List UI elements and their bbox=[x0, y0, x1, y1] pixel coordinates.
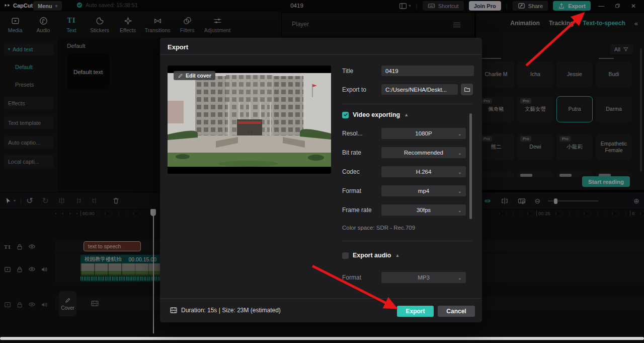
export-to-label: Export to bbox=[342, 86, 366, 93]
dialog-title: Export bbox=[168, 43, 188, 51]
dialog-footer: Duration: 15s | Size: 23M (estimated) Ex… bbox=[160, 298, 482, 322]
collapse-section-icon[interactable]: ▲ bbox=[395, 253, 399, 258]
audio-section-label: Export audio bbox=[353, 252, 391, 259]
capcut-app-window: CapCut Menu ▾ Auto saved: 15:38:51 0419 … bbox=[0, 0, 644, 343]
title-input[interactable]: 0419 bbox=[381, 65, 474, 76]
chevron-down-icon: ⌄ bbox=[458, 169, 462, 175]
format-dropdown[interactable]: mp4 ⌄ bbox=[381, 185, 466, 196]
divider bbox=[342, 104, 473, 104]
format-label: Format bbox=[342, 187, 361, 194]
resolution-dropdown[interactable]: 1080P ⌄ bbox=[381, 128, 466, 139]
folder-icon bbox=[464, 86, 470, 93]
divider bbox=[342, 241, 473, 241]
dialog-scrollbar[interactable] bbox=[469, 113, 472, 219]
chevron-down-icon: ⌄ bbox=[458, 150, 462, 156]
format-value: mp4 bbox=[418, 188, 429, 194]
export-dialog: Export Edit cover bbox=[160, 38, 482, 322]
chevron-down-icon: ⌄ bbox=[458, 131, 462, 136]
cover-preview-image bbox=[168, 73, 331, 167]
codec-label: Codec bbox=[342, 168, 360, 175]
checkbox-unchecked-icon[interactable] bbox=[342, 252, 349, 259]
framerate-label: Frame rate bbox=[342, 207, 372, 214]
chevron-down-icon: ⌄ bbox=[458, 275, 462, 281]
export-path-value: C:/Users/NEHA/Deskt... bbox=[385, 87, 447, 93]
chevron-down-icon: ⌄ bbox=[458, 208, 462, 213]
bitrate-dropdown[interactable]: Recommended ⌄ bbox=[381, 147, 466, 158]
color-space-text: Color space: SDR - Rec.709 bbox=[342, 225, 415, 231]
export-audio-section[interactable]: Export audio ▲ bbox=[342, 252, 399, 259]
framerate-value: 30fps bbox=[417, 207, 431, 213]
edit-cover-label: Edit cover bbox=[186, 73, 211, 79]
edit-cover-button[interactable]: Edit cover bbox=[174, 71, 215, 80]
export-info-text: Duration: 15s | Size: 23M (estimated) bbox=[181, 307, 281, 314]
title-value: 0419 bbox=[385, 68, 398, 74]
export-confirm-label: Export bbox=[406, 308, 425, 315]
collapse-section-icon[interactable]: ▲ bbox=[404, 112, 409, 117]
checkbox-checked-icon[interactable] bbox=[342, 112, 349, 118]
audio-format-dropdown[interactable]: MP3 ⌄ bbox=[381, 272, 466, 283]
video-exporting-section[interactable]: Video exporting ▲ bbox=[342, 111, 409, 118]
title-label: Title bbox=[342, 67, 353, 75]
export-confirm-button[interactable]: Export bbox=[397, 306, 434, 317]
film-icon bbox=[170, 306, 178, 314]
codec-value: H.264 bbox=[416, 169, 432, 175]
bitrate-value: Recommended bbox=[404, 150, 443, 156]
divider bbox=[160, 54, 482, 55]
audio-format-label: Format bbox=[342, 274, 361, 281]
resolution-label: Resol... bbox=[342, 130, 363, 137]
timeline-horizontal-scrollbar[interactable] bbox=[0, 337, 644, 340]
cancel-button[interactable]: Cancel bbox=[438, 306, 475, 317]
chevron-down-icon: ⌄ bbox=[458, 188, 462, 194]
codec-dropdown[interactable]: H.264 ⌄ bbox=[381, 166, 466, 177]
export-path-input[interactable]: C:/Users/NEHA/Deskt... bbox=[381, 84, 458, 95]
video-section-label: Video exporting bbox=[353, 111, 400, 118]
bitrate-label: Bit rate bbox=[342, 149, 361, 156]
browse-folder-button[interactable] bbox=[461, 84, 473, 95]
export-settings-column: Title 0419 Export to C:/Users/NEHA/Deskt… bbox=[342, 63, 474, 283]
cover-preview: Edit cover bbox=[168, 65, 331, 174]
cancel-label: Cancel bbox=[446, 308, 466, 315]
audio-format-value: MP3 bbox=[418, 275, 430, 281]
pencil-icon bbox=[178, 73, 183, 79]
resolution-value: 1080P bbox=[415, 130, 432, 136]
framerate-dropdown[interactable]: 30fps ⌄ bbox=[381, 204, 466, 216]
